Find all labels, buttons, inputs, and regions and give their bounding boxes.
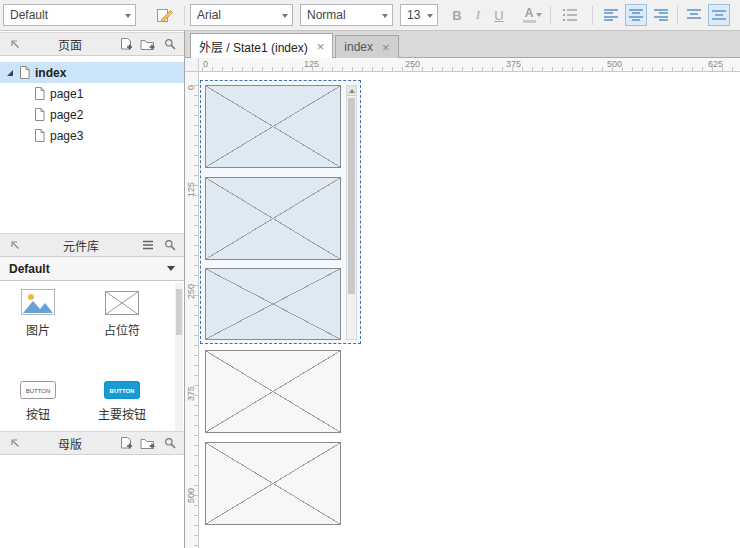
toolbar-separator	[184, 6, 185, 25]
tab-label: index	[344, 40, 373, 54]
placeholder-widget-5[interactable]	[205, 442, 341, 525]
edit-style-button[interactable]	[152, 4, 178, 26]
placeholder-widget-1[interactable]	[205, 85, 341, 168]
widget-panel-scrollbar[interactable]	[175, 283, 183, 431]
collapse-arrow-icon	[10, 39, 20, 49]
bullet-list-icon	[562, 8, 578, 22]
pages-panel-header: 页面	[0, 32, 184, 56]
page-file-icon	[19, 66, 30, 79]
align-left-icon	[604, 9, 618, 21]
widget-item-button[interactable]: BUTTON 按钮	[2, 367, 74, 422]
page-tree-item-page3[interactable]: page3	[0, 125, 184, 146]
align-middle-icon	[712, 9, 726, 21]
widget-item-label: 占位符	[86, 321, 158, 338]
document-tab-bar: 外层 / State1 (index) × index ×	[185, 31, 740, 58]
search-masters-button[interactable]	[161, 435, 178, 452]
library-select-combo[interactable]: Default	[0, 257, 184, 281]
tab-label: 外层 / State1 (index)	[199, 38, 308, 55]
add-page-button[interactable]	[117, 36, 134, 53]
font-family-value: Arial	[197, 8, 221, 22]
search-icon	[164, 437, 176, 449]
add-folder-icon	[140, 437, 155, 450]
page-tree-item-label: page3	[50, 129, 83, 143]
collapse-arrow-icon	[10, 240, 20, 250]
toolbar-separator	[550, 6, 551, 25]
ruler-label: 125	[304, 59, 319, 69]
align-middle-button[interactable]	[708, 4, 730, 26]
align-right-button[interactable]	[650, 4, 672, 26]
close-tab-icon[interactable]: ×	[317, 40, 325, 53]
placeholder-widget-4[interactable]	[205, 350, 341, 433]
page-tree-item-index[interactable]: index	[0, 62, 184, 83]
placeholder-widget-3[interactable]	[205, 268, 341, 340]
scroll-up-button[interactable]	[347, 86, 356, 96]
placeholder-widget-2[interactable]	[205, 177, 341, 260]
font-weight-combo[interactable]: Normal	[300, 4, 393, 26]
align-left-button[interactable]	[600, 4, 622, 26]
tab-state1-index[interactable]: 外层 / State1 (index) ×	[190, 33, 333, 58]
arrow-up-icon	[349, 89, 355, 93]
tree-expander-icon	[6, 69, 14, 77]
widget-item-placeholder[interactable]: 占位符	[86, 283, 158, 338]
axure-window: Default Arial Normal 13 B I U A	[0, 0, 740, 548]
add-folder-button[interactable]	[139, 36, 156, 53]
search-icon	[164, 38, 176, 50]
tab-index[interactable]: index ×	[335, 35, 398, 58]
ruler-label: 125	[186, 182, 196, 197]
masters-panel-title: 母版	[28, 435, 112, 452]
align-center-button[interactable]	[625, 4, 647, 26]
vertical-ruler: 0 125 250 375 500	[185, 72, 199, 548]
collapse-panel-button[interactable]	[6, 36, 23, 53]
collapse-arrow-icon	[10, 438, 20, 448]
bold-button[interactable]: B	[447, 4, 467, 26]
widget-item-label: 图片	[2, 321, 74, 338]
page-tree-item-label: page2	[50, 108, 83, 122]
font-color-letter: A	[525, 6, 534, 20]
library-menu-button[interactable]	[139, 237, 156, 254]
add-master-button[interactable]	[117, 435, 134, 452]
collapse-panel-button[interactable]	[6, 237, 23, 254]
add-folder-icon	[140, 38, 155, 51]
page-tree-item-page1[interactable]: page1	[0, 83, 184, 104]
font-family-combo[interactable]: Arial	[190, 4, 293, 26]
bullet-list-button[interactable]	[558, 4, 582, 26]
panel-scrollbar[interactable]	[346, 85, 357, 340]
page-tree-item-label: index	[35, 66, 66, 80]
ruler-label: 625	[708, 59, 723, 69]
add-master-folder-button[interactable]	[139, 435, 156, 452]
ruler-label: 250	[405, 59, 420, 69]
align-center-icon	[629, 9, 643, 21]
widget-library-panel-header: 元件库	[0, 233, 184, 257]
ruler-label: 375	[186, 386, 196, 401]
search-icon	[164, 239, 176, 251]
ruler-label: 250	[186, 284, 196, 299]
italic-button[interactable]: I	[468, 4, 488, 26]
page-tree-item-page2[interactable]: page2	[0, 104, 184, 125]
font-size-combo[interactable]: 13	[400, 4, 438, 26]
horizontal-ruler: 0 125 250 375 500 625	[199, 58, 740, 72]
scrollbar-thumb[interactable]	[176, 289, 182, 335]
underline-button[interactable]: U	[489, 4, 509, 26]
widget-library-panel-title: 元件库	[28, 237, 134, 254]
search-widgets-button[interactable]	[161, 237, 178, 254]
scrollbar-thumb[interactable]	[348, 98, 355, 294]
page-file-icon	[34, 108, 45, 121]
ruler-label: 0	[203, 59, 208, 69]
close-tab-icon[interactable]: ×	[382, 41, 390, 54]
button-widget-text: BUTTON	[26, 388, 51, 394]
font-weight-value: Normal	[307, 8, 346, 22]
align-top-button[interactable]	[683, 4, 705, 26]
pencil-icon	[156, 7, 174, 23]
design-canvas[interactable]	[199, 72, 740, 548]
chevron-down-icon	[125, 14, 131, 18]
primary-button-widget-text: BUTTON	[110, 388, 135, 394]
image-widget-icon	[21, 289, 55, 315]
ruler-label: 0	[186, 85, 196, 90]
widget-item-primary-button[interactable]: BUTTON 主要按钮	[86, 367, 158, 422]
font-color-button[interactable]: A	[516, 4, 542, 26]
collapse-panel-button[interactable]	[6, 435, 23, 452]
widget-item-image[interactable]: 图片	[2, 283, 74, 338]
style-preset-combo[interactable]: Default	[3, 4, 136, 26]
widget-item-label: 按钮	[2, 405, 74, 422]
search-pages-button[interactable]	[161, 36, 178, 53]
